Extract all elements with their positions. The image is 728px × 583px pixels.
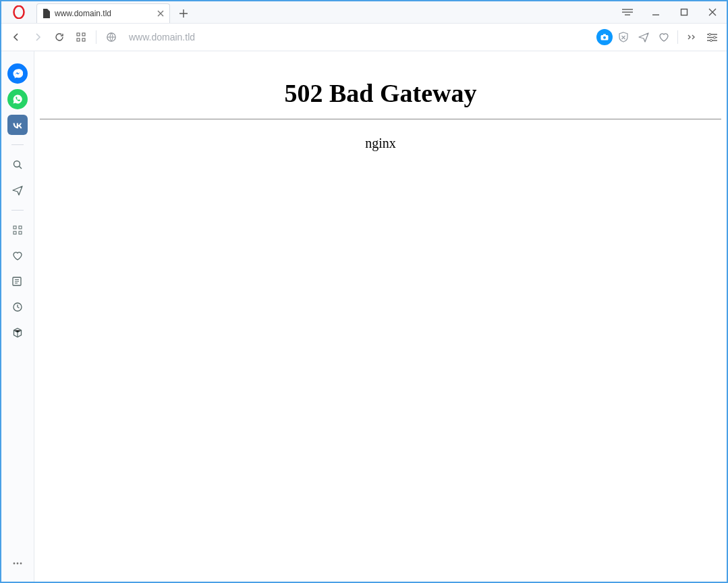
svg-rect-5 [82, 38, 85, 41]
body-row: 502 Bad Gateway nginx [1, 51, 727, 582]
speed-dial-icon[interactable] [72, 28, 90, 47]
svg-point-22 [20, 563, 22, 565]
new-tab-button[interactable] [174, 4, 193, 23]
error-heading: 502 Bad Gateway [34, 78, 727, 108]
server-name: nginx [34, 136, 727, 151]
news-icon[interactable] [7, 271, 28, 292]
sidebar-divider [11, 144, 24, 145]
address-toolbar [1, 23, 727, 51]
speed-dial-sidebar-icon[interactable] [7, 220, 28, 240]
svg-rect-14 [13, 226, 16, 229]
toolbar-divider [677, 30, 678, 44]
tab-strip: www.domain.tld [1, 1, 727, 23]
send-icon[interactable] [634, 28, 653, 47]
window-controls [613, 1, 727, 23]
minimize-button[interactable] [642, 1, 670, 23]
svg-point-21 [17, 563, 19, 565]
back-button[interactable] [7, 28, 26, 47]
easy-setup-toggles-icon[interactable] [702, 28, 721, 47]
flow-send-icon[interactable] [7, 180, 28, 200]
close-window-button[interactable] [698, 1, 727, 23]
svg-rect-17 [19, 231, 22, 234]
svg-point-0 [14, 6, 24, 18]
sidebar [1, 51, 34, 582]
site-info-icon[interactable] [102, 28, 121, 47]
svg-point-11 [713, 36, 715, 38]
tab-title: www.domain.tld [55, 9, 111, 18]
svg-point-13 [14, 161, 20, 167]
history-icon[interactable] [7, 297, 28, 317]
snapshot-button[interactable] [596, 29, 613, 45]
browser-window: www.domain.tld [0, 0, 728, 583]
svg-point-8 [603, 36, 606, 39]
svg-rect-9 [603, 34, 606, 36]
extensions-overflow-icon[interactable] [682, 28, 701, 47]
svg-rect-3 [82, 33, 85, 36]
page-rule [40, 119, 721, 119]
forward-button[interactable] [28, 28, 47, 47]
opera-menu-button[interactable] [4, 1, 34, 23]
messenger-icon[interactable] [7, 63, 28, 84]
reload-button[interactable] [50, 28, 69, 47]
address-input[interactable] [123, 32, 594, 43]
svg-point-20 [13, 563, 16, 565]
vk-icon[interactable] [7, 115, 28, 135]
svg-rect-1 [681, 9, 688, 16]
file-icon [43, 9, 51, 18]
extensions-cube-icon[interactable] [7, 323, 28, 343]
adblock-icon[interactable] [614, 28, 633, 47]
toolbar-divider [96, 30, 96, 44]
svg-rect-15 [19, 226, 22, 229]
svg-point-10 [708, 33, 710, 35]
svg-rect-4 [77, 38, 80, 41]
page-content: 502 Bad Gateway nginx [34, 51, 727, 582]
close-tab-icon[interactable] [157, 10, 164, 17]
svg-rect-2 [77, 33, 80, 36]
svg-point-12 [710, 39, 712, 41]
svg-rect-16 [13, 231, 16, 234]
easy-setup-icon[interactable] [613, 1, 642, 23]
sidebar-divider [11, 210, 24, 211]
sidebar-settings-icon[interactable] [7, 553, 28, 574]
whatsapp-icon[interactable] [7, 89, 28, 109]
bookmark-heart-icon[interactable] [654, 28, 673, 47]
active-tab[interactable]: www.domain.tld [36, 3, 170, 23]
search-icon[interactable] [7, 155, 28, 175]
maximize-button[interactable] [670, 1, 698, 23]
bookmarks-heart-icon[interactable] [7, 246, 28, 266]
